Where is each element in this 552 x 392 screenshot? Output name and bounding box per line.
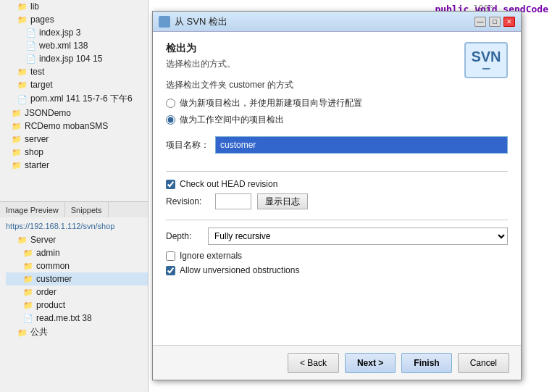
folder-icon	[12, 160, 22, 170]
maximize-button[interactable]: □	[489, 17, 501, 27]
svn-tree-customer[interactable]: customer	[6, 272, 149, 285]
tree-item-lib-label: lib	[30, 1, 39, 12]
tree-item-label: server	[25, 134, 49, 144]
dialog-title: 从 SVN 检出	[159, 15, 227, 28]
dialog-titlebar: 从 SVN 检出 — □ ✕	[153, 12, 521, 32]
tree-item-index2[interactable]: index.jsp 104 15	[0, 52, 148, 65]
folder-icon	[17, 1, 28, 12]
svn-tree-order[interactable]: order	[6, 285, 149, 299]
next-button[interactable]: Next >	[345, 353, 396, 373]
dialog-footer: < Back Next > Finish Cancel	[153, 345, 521, 380]
folder-icon	[23, 261, 33, 271]
section-title: 检出为	[166, 42, 508, 55]
tree-item-rcdemo[interactable]: RCDemo mobanSMS	[0, 120, 148, 133]
divider2	[166, 220, 508, 220]
revision-label: Revision:	[166, 196, 209, 207]
svn-dialog: 从 SVN 检出 — □ ✕ SVN ━━ 检出为 选择检出的方式。 选择检出文…	[152, 11, 522, 380]
tree-item-label: JSONDemo	[25, 108, 71, 118]
radio-new-project-input[interactable]	[166, 99, 175, 108]
revision-log-button[interactable]: 显示日志	[257, 193, 308, 209]
dialog-title-text: 从 SVN 检出	[175, 15, 227, 28]
svn-url: https://192.168.1.112/svn/shop	[0, 219, 149, 233]
svn-tree: Server admin common customer order produ…	[0, 232, 149, 340]
tab-label: Image Preview	[6, 206, 59, 214]
svn-item-label: admin	[36, 248, 60, 258]
svn-logo-text: SVN	[471, 49, 501, 65]
tree-item-label: RCDemo mobanSMS	[25, 121, 108, 131]
radio-workspace-input[interactable]	[166, 115, 175, 125]
tree-item-jsondemo[interactable]: JSONDemo	[0, 107, 148, 120]
project-name-input[interactable]	[215, 136, 508, 154]
allow-unversioned-checkbox[interactable]	[166, 266, 175, 275]
minimize-button[interactable]: —	[474, 17, 486, 27]
tree-item-pages[interactable]: pages	[0, 13, 148, 26]
allow-unversioned-label: Allow unversioned obstructions	[180, 265, 299, 275]
finish-button[interactable]: Finish	[401, 353, 451, 373]
project-name-row: 项目名称：	[166, 136, 508, 154]
checkout-head-checkbox[interactable]	[166, 180, 175, 189]
folder-icon	[12, 134, 22, 144]
svn-logo: SVN ━━	[464, 42, 508, 78]
close-button[interactable]: ✕	[503, 17, 515, 27]
project-name-label: 项目名称：	[166, 139, 209, 151]
divider	[166, 171, 508, 172]
folder-icon	[12, 147, 22, 157]
svn-item-label: common	[36, 261, 70, 271]
folder-icon	[12, 108, 22, 118]
tree-item-pages-label: pages	[30, 14, 54, 25]
file-icon	[23, 313, 33, 323]
revision-input[interactable]	[215, 193, 251, 209]
folder-icon	[23, 287, 33, 297]
svn-item-label: product	[36, 300, 65, 310]
checkout-head-label: Check out HEAD revision	[180, 179, 277, 189]
radio-new-project[interactable]: 做为新项目检出，并使用新建项目向导进行配置	[166, 97, 508, 109]
svn-tree-admin[interactable]: admin	[6, 246, 149, 259]
tree-item-label: web.xml 138	[39, 41, 88, 51]
tree-item-test[interactable]: test	[0, 65, 148, 78]
svn-tree-product[interactable]: product	[6, 299, 149, 312]
svn-tree-server[interactable]: Server	[6, 233, 149, 246]
tab-snippets[interactable]: Snippets	[65, 202, 109, 217]
cancel-button[interactable]: Cancel	[458, 353, 509, 373]
tree-item-label: test	[30, 67, 44, 77]
xml-icon	[17, 94, 28, 104]
tab-image-preview[interactable]: Image Preview	[0, 202, 65, 217]
depth-row: Depth: Fully recursive Immediate childre…	[166, 228, 508, 245]
ignore-externals-checkbox[interactable]	[166, 251, 175, 261]
svn-tree-public[interactable]: 公共	[6, 325, 149, 340]
file-icon	[26, 28, 36, 38]
svn-item-label: Server	[30, 235, 56, 245]
tree-item-label: pom.xml 141 15-7-6 下午6	[30, 93, 133, 105]
back-button[interactable]: < Back	[288, 353, 339, 373]
tree-item-target[interactable]: target	[0, 78, 148, 91]
tree-item-starter[interactable]: starter	[0, 159, 148, 172]
tree-item-label: shop	[25, 147, 43, 157]
tree-item-index1[interactable]: index.jsp 3	[0, 26, 148, 39]
xml-icon	[26, 41, 36, 51]
tree-item-webxml[interactable]: web.xml 138	[0, 39, 148, 52]
svn-item-label: read.me.txt 38	[36, 313, 92, 323]
tree-item-lib[interactable]: lib	[0, 0, 148, 13]
tree-item-server[interactable]: server	[0, 133, 148, 146]
folder-icon	[17, 67, 28, 77]
section-desc: 选择检出的方式。	[166, 58, 508, 70]
tree-item-label: target	[30, 80, 53, 90]
titlebar-buttons: — □ ✕	[474, 17, 515, 27]
radio-new-project-label: 做为新项目检出，并使用新建项目向导进行配置	[180, 97, 362, 109]
svn-dialog-icon	[159, 16, 170, 28]
svn-tree-readme[interactable]: read.me.txt 38	[6, 312, 149, 325]
radio-workspace[interactable]: 做为工作空间中的项目检出	[166, 114, 508, 126]
ignore-externals-row: Ignore externals	[166, 251, 508, 261]
allow-unversioned-row: Allow unversioned obstructions	[166, 265, 508, 275]
tree-item-label: index.jsp 104 15	[39, 54, 102, 64]
svn-tree-common[interactable]: common	[6, 259, 149, 272]
depth-select[interactable]: Fully recursive Immediate children Only …	[208, 228, 508, 245]
dialog-body: SVN ━━ 检出为 选择检出的方式。 选择检出文件夹 customer 的方式…	[153, 32, 521, 345]
revision-row: Revision: 显示日志	[166, 193, 508, 209]
file-icon	[26, 54, 36, 64]
folder-icon	[17, 328, 28, 338]
tree-item-shop[interactable]: shop	[0, 146, 148, 159]
svn-url-text: https://192.168.1.112/svn/shop	[6, 222, 114, 230]
tree-item-pom[interactable]: pom.xml 141 15-7-6 下午6	[0, 91, 148, 107]
radio-group: 做为新项目检出，并使用新建项目向导进行配置 做为工作空间中的项目检出	[166, 97, 508, 126]
